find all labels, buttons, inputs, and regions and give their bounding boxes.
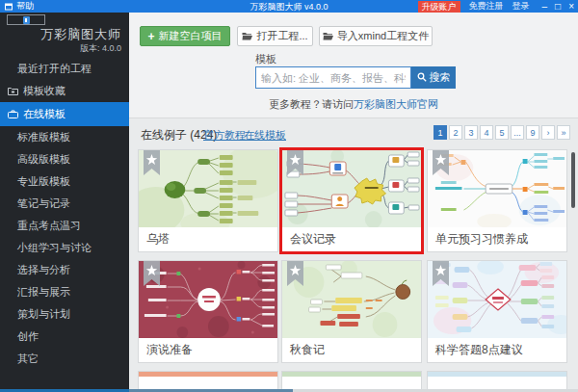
page-button-4[interactable]: 4 <box>480 125 493 140</box>
sidebar-item-planning[interactable]: 策划与计划 <box>0 303 129 326</box>
titlebar-right: 升级账户 免费注册 登录 – □ × <box>418 0 574 13</box>
sidebar-menu: 最近打开的工程 模板收藏 在线模板 标准版模板 高级版模板 专业版模板 笔记与记… <box>0 58 129 370</box>
close-button[interactable]: × <box>568 0 574 13</box>
sidebar-item-group-study-discussion[interactable]: 小组学习与讨论 <box>0 237 129 259</box>
card-title: 演说准备 <box>139 338 277 362</box>
template-card-science-answer-tips[interactable]: 科学答题8点建议 <box>427 260 567 363</box>
more-tutorials-text: 更多教程？请访问 <box>269 98 354 110</box>
card-thumbnail <box>428 372 566 377</box>
app-window-icon <box>5 3 13 11</box>
template-card-unit-preview-habit[interactable]: 单元预习习惯养成 <box>427 149 567 252</box>
titlebar: 帮助 万彩脑图大师 v4.0.0 升级账户 免费注册 登录 – □ × <box>0 0 578 13</box>
open-project-button[interactable]: 打开工程... <box>237 26 313 46</box>
register-link[interactable]: 免费注册 <box>469 0 504 13</box>
search-icon <box>417 72 427 84</box>
app-logo <box>7 14 45 25</box>
folder-favorite-icon <box>8 87 18 95</box>
sidebar-item-professional-templates[interactable]: 专业版模板 <box>0 170 129 193</box>
login-link[interactable]: 登录 <box>512 0 530 13</box>
online-template-link[interactable]: 在线模板 <box>244 128 286 143</box>
app-window: 帮助 万彩脑图大师 v4.0.0 升级账户 免费注册 登录 – □ × 万彩脑图… <box>0 0 578 392</box>
maximize-button[interactable]: □ <box>555 0 561 13</box>
sidebar-item-recent-projects[interactable]: 最近打开的工程 <box>0 58 129 80</box>
page-button-3[interactable]: 3 <box>464 125 478 140</box>
template-card-speech-preparation[interactable]: 演说准备 <box>138 260 278 363</box>
upgrade-account-button[interactable]: 升级账户 <box>418 1 460 13</box>
folder-open-icon <box>323 31 333 42</box>
window-controls: – □ × <box>542 0 574 13</box>
card-title: 秋食记 <box>282 338 421 362</box>
logo-icon <box>23 16 30 24</box>
import-xmind-button[interactable]: 导入xmind工程文件 <box>319 26 433 46</box>
card-thumbnail <box>282 372 421 377</box>
sidebar-item-notes-records[interactable]: 笔记与记录 <box>0 193 129 215</box>
sidebar: 万彩脑图大师 版本: 4.0.0 最近打开的工程 模板收藏 在线模板 标准版模板… <box>0 13 129 392</box>
page-button-1[interactable]: 1 <box>434 125 447 140</box>
sidebar-item-online-templates[interactable]: 在线模板 <box>0 102 129 126</box>
new-blank-project-button[interactable]: + 新建空白项目 <box>140 26 230 46</box>
briefcase-icon <box>8 110 18 118</box>
template-card-meeting-notes[interactable]: 会议记录 <box>281 149 422 252</box>
page-button-2[interactable]: 2 <box>449 125 462 140</box>
bookmark-ribbon-icon <box>287 261 303 286</box>
card-thumbnail <box>428 261 566 338</box>
sidebar-item-standard-templates[interactable]: 标准版模板 <box>0 126 129 148</box>
sidebar-item-advanced-templates[interactable]: 高级版模板 <box>0 148 129 170</box>
page-ellipsis[interactable]: ... <box>511 125 524 140</box>
official-site-link[interactable]: 万彩脑图大师官网 <box>354 98 438 110</box>
sidebar-item-creation[interactable]: 创作 <box>0 326 129 348</box>
sidebar-item-choice-analysis[interactable]: 选择与分析 <box>0 259 129 281</box>
card-thumbnail <box>139 150 277 227</box>
card-title: 科学答题8点建议 <box>428 338 566 362</box>
help-menu[interactable]: 帮助 <box>16 0 34 13</box>
card-title: 单元预习习惯养成 <box>428 227 566 251</box>
window-title: 万彩脑图大师 v4.0.0 <box>250 1 328 13</box>
card-thumbnail <box>139 372 277 377</box>
search-button[interactable]: 搜索 <box>411 66 456 89</box>
bookmark-ribbon-icon <box>433 261 449 286</box>
card-title: 会议记录 <box>282 227 421 251</box>
vertical-scrollbar-thumb[interactable] <box>571 152 575 208</box>
page-next-button[interactable]: › <box>541 125 555 140</box>
card-thumbnail <box>139 261 277 338</box>
plus-icon: + <box>147 31 154 42</box>
sidebar-item-key-points-review[interactable]: 重点考点温习 <box>0 215 129 237</box>
card-title: 乌塔 <box>139 227 277 251</box>
official-tutorial-link[interactable]: 官方教程 <box>203 128 246 143</box>
template-card-wuta[interactable]: 乌塔 <box>138 149 278 252</box>
pagination: 1 2 3 4 5 ... 9 › » <box>434 125 570 140</box>
card-thumbnail <box>282 150 421 227</box>
bookmark-ribbon-icon <box>287 150 303 175</box>
bookmark-ribbon-icon <box>144 261 160 286</box>
sidebar-item-report-presentation[interactable]: 汇报与展示 <box>0 281 129 303</box>
more-tutorials-line: 更多教程？请访问万彩脑图大师官网 <box>129 97 578 112</box>
template-section-label: 模板 <box>255 52 276 66</box>
page-button-9[interactable]: 9 <box>526 125 539 140</box>
sidebar-item-other[interactable]: 其它 <box>0 348 129 370</box>
bookmark-ribbon-icon <box>144 150 160 175</box>
sidebar-item-template-favorites[interactable]: 模板收藏 <box>0 80 129 102</box>
folder-open-icon <box>242 31 252 42</box>
minimize-button[interactable]: – <box>542 0 548 13</box>
template-browser: 在线例子 (424) 官方教程 在线模板 1 2 3 4 5 ... 9 › » <box>129 119 578 392</box>
page-last-button[interactable]: » <box>557 125 570 140</box>
bookmark-ribbon-icon <box>433 150 449 175</box>
app-version: 版本: 4.0.0 <box>80 42 121 55</box>
template-search-input[interactable] <box>255 66 411 89</box>
template-card-autumn-food-diary[interactable]: 秋食记 <box>281 260 422 363</box>
main-top-section: + 新建空白项目 打开工程... 导入xmind工程文件 模板 搜索 更多教程？… <box>129 13 578 118</box>
page-button-5[interactable]: 5 <box>495 125 509 140</box>
card-thumbnail <box>428 150 566 227</box>
app-name: 万彩脑图大师 <box>40 26 121 43</box>
card-thumbnail <box>282 261 421 338</box>
